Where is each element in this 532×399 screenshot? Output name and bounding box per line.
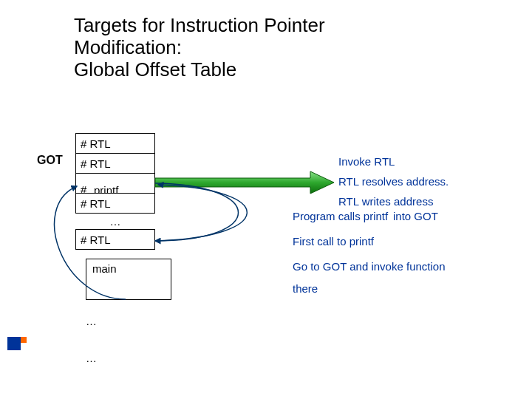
cell-text: # RTL bbox=[81, 197, 111, 210]
curve-rtl-writeback-icon bbox=[155, 185, 247, 241]
main-box: main bbox=[86, 259, 171, 300]
arrow-rtl-to-text-icon bbox=[155, 171, 334, 194]
got-entry-1: # RTL bbox=[75, 153, 155, 174]
line-first-call: First call to printf bbox=[293, 235, 374, 248]
line-rtl-writes-b: into GOT bbox=[393, 210, 438, 222]
title-line-3: Global Offset Table bbox=[74, 58, 236, 81]
corner-accent-icon bbox=[7, 337, 21, 350]
got-label: GOT bbox=[37, 154, 63, 167]
after-main-dots-2: … bbox=[86, 352, 97, 364]
cell-text: # RTL bbox=[81, 233, 111, 246]
line-invoke-rtl: Invoke RTL bbox=[338, 155, 395, 168]
line-rtl-writes-a: RTL writes address bbox=[338, 195, 433, 208]
line-rtl-resolves: RTL resolves address. bbox=[338, 175, 449, 188]
got-entry-3: # RTL bbox=[75, 193, 155, 214]
slide-title: Targets for Instruction Pointer Modifica… bbox=[74, 15, 369, 81]
line-go-to-got: Go to GOT and invoke function bbox=[293, 260, 446, 273]
after-main-dots-1: … bbox=[86, 315, 97, 327]
cell-text: # RTL bbox=[81, 157, 111, 170]
got-entry-n: # RTL bbox=[75, 229, 155, 250]
got-entry-printf: # RTL printf bbox=[75, 173, 155, 194]
curve-printf-to-rtl-icon bbox=[155, 183, 239, 241]
got-ellipsis: … bbox=[75, 215, 155, 228]
main-label: main bbox=[92, 262, 117, 275]
line-program-calls: Program calls printf bbox=[293, 210, 388, 222]
got-entry-0: # RTL bbox=[75, 133, 155, 154]
cell-text: # RTL bbox=[81, 137, 111, 150]
line-there: there bbox=[293, 282, 318, 295]
title-line-1: Targets for Instruction Pointer bbox=[74, 14, 325, 36]
title-line-2: Modification: bbox=[74, 36, 182, 58]
